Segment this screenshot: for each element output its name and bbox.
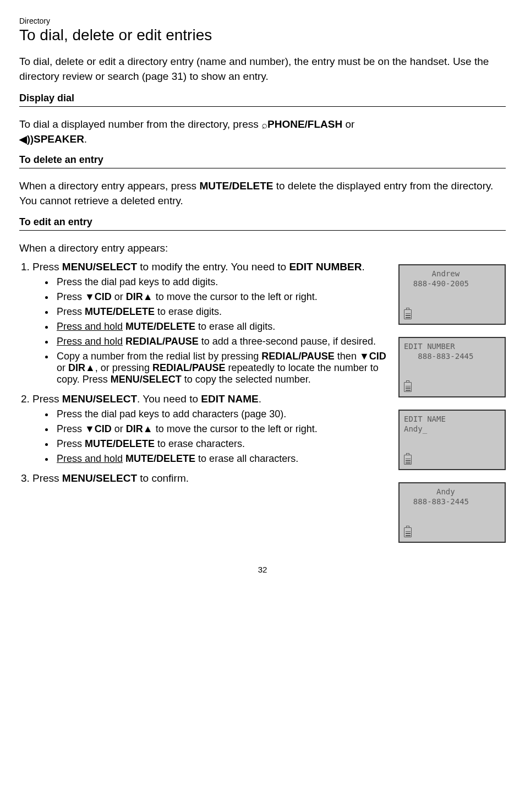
list-item: Press the dial pad keys to add digits. <box>54 276 389 288</box>
redial-label: REDIAL <box>125 336 162 347</box>
menu-label: MENU <box>62 261 93 273</box>
delete-label: /DELETE <box>113 306 155 317</box>
mute-label: MUTE <box>85 438 113 449</box>
lcd-line: EDIT NAME <box>404 414 500 424</box>
flash-label: /FLASH <box>305 118 343 130</box>
down-arrow-icon: ▼ <box>85 291 95 302</box>
lcd-screen-confirm: Andy 888-883-2445 <box>398 482 506 543</box>
lcd-screen-directory-entry: Andrew 888-490-2005 <box>398 264 506 325</box>
breadcrumb: Directory <box>19 17 506 25</box>
display-dial-heading: Display dial <box>19 92 506 107</box>
lcd-line: Andy_ <box>404 424 500 434</box>
text-fragment: Press <box>32 472 62 484</box>
text-fragment: Press <box>57 438 85 449</box>
menu-label: MENU <box>62 472 93 484</box>
text-fragment: Press <box>57 306 85 317</box>
text-fragment: To dial a displayed number from the dire… <box>19 118 261 130</box>
list-item: Press and hold MUTE/DELETE to erase all … <box>54 453 389 465</box>
text-fragment: , or pressing <box>95 362 152 373</box>
battery-icon <box>404 455 412 465</box>
list-item: Copy a number from the redial list by pr… <box>54 351 389 385</box>
text-fragment: . <box>362 261 364 273</box>
up-arrow-icon: ▲ <box>85 362 95 373</box>
text-fragment: to move the cursor to the left or right. <box>153 291 318 302</box>
text-fragment: to modify the entry. You need to <box>137 261 289 273</box>
list-item: Press and hold REDIAL/PAUSE to add a thr… <box>54 336 389 347</box>
list-item: Press ▼CID or DIR▲ to move the cursor to… <box>54 423 389 435</box>
down-arrow-icon: ▼ <box>85 423 95 434</box>
lcd-line: EDIT NUMBER <box>404 341 500 351</box>
text-fragment: to erase digits. <box>155 306 222 317</box>
select-label: /SELECT <box>93 472 137 484</box>
down-arrow-icon: ▼ <box>359 351 369 362</box>
mute-label: MUTE <box>125 453 154 464</box>
pause-label: /PAUSE <box>162 336 199 347</box>
display-dial-body: To dial a displayed number from the dire… <box>19 117 506 146</box>
text-fragment: or <box>112 423 126 434</box>
step-3: Press MENU/SELECT to confirm. <box>32 472 389 484</box>
lcd-line: Andy <box>404 487 500 497</box>
speaker-icon: ◀)) <box>19 133 34 146</box>
edit-entry-lead: When a directory entry appears: <box>19 241 506 256</box>
list-item: Press MUTE/DELETE to erase digits. <box>54 306 389 318</box>
battery-icon <box>404 382 412 392</box>
text-fragment: Press <box>32 261 62 273</box>
delete-label: /DELETE <box>229 180 273 192</box>
text-fragment: Copy a number from the redial list by pr… <box>57 351 261 362</box>
mute-label: MUTE <box>199 180 229 192</box>
select-label: /SELECT <box>93 261 137 273</box>
list-item: Press the dial pad keys to add character… <box>54 408 389 420</box>
redial-label: REDIAL <box>261 351 298 362</box>
text-fragment: to copy the selected number. <box>182 374 311 385</box>
battery-icon <box>404 527 412 537</box>
intro-text: To dial, delete or edit a directory entr… <box>19 55 506 84</box>
cid-label: CID <box>369 351 386 362</box>
delete-label: /DELETE <box>154 321 195 332</box>
mute-label: MUTE <box>85 306 113 317</box>
menu-label: MENU <box>62 393 93 405</box>
dir-label: DIR <box>68 362 85 373</box>
lcd-screen-edit-number: EDIT NUMBER 888-883-2445 <box>398 337 506 397</box>
dir-label: DIR <box>126 423 143 434</box>
menu-label: MENU <box>111 374 140 385</box>
speaker-label: SPEAKER <box>34 133 84 145</box>
text-fragment: Press and hold <box>57 321 123 332</box>
lcd-screen-edit-name: EDIT NAME Andy_ <box>398 410 506 470</box>
text-fragment: to erase all characters. <box>195 453 298 464</box>
text-fragment: to erase all digits. <box>195 321 275 332</box>
text-fragment: or <box>112 291 126 302</box>
list-item: Press MUTE/DELETE to erase characters. <box>54 438 389 450</box>
text-fragment: then <box>335 351 359 362</box>
delete-entry-body: When a directory entry appears, press MU… <box>19 179 506 208</box>
up-arrow-icon: ▲ <box>143 291 153 302</box>
redial-label: REDIAL <box>152 362 189 373</box>
page-title: To dial, delete or edit entries <box>19 26 506 44</box>
text-fragment: to add a three-second pause, if desired. <box>199 336 376 347</box>
select-label: /SELECT <box>93 393 137 405</box>
lcd-line: 888-883-2445 <box>404 497 500 506</box>
list-item: Press ▼CID or DIR▲ to move the cursor to… <box>54 291 389 303</box>
text-fragment: . You need to <box>137 393 201 405</box>
delete-label: /DELETE <box>154 453 195 464</box>
select-label: /SELECT <box>140 374 182 385</box>
delete-label: /DELETE <box>113 438 155 449</box>
text-fragment: . <box>259 393 261 405</box>
mute-label: MUTE <box>125 321 154 332</box>
up-arrow-icon: ▲ <box>143 423 153 434</box>
text-fragment: Press <box>32 393 62 405</box>
step-2: Press MENU/SELECT. You need to EDIT NAME… <box>32 393 389 465</box>
lcd-line: 888-883-2445 <box>404 351 500 361</box>
text-fragment: or <box>342 118 354 130</box>
text-fragment: to move the cursor to the left or right. <box>153 423 318 434</box>
edit-number-label: EDIT NUMBER <box>289 261 362 273</box>
list-item: Press and hold MUTE/DELETE to erase all … <box>54 321 389 333</box>
cid-label: CID <box>95 423 112 434</box>
edit-entry-heading: To edit an entry <box>19 216 506 231</box>
battery-icon <box>404 309 412 319</box>
text-fragment: Press and hold <box>57 336 123 347</box>
phone-label: PHONE <box>267 118 305 130</box>
text-fragment: Press <box>57 291 85 302</box>
dir-label: DIR <box>126 291 143 302</box>
text-fragment: Press and hold <box>57 453 123 464</box>
text-fragment: or <box>57 362 68 373</box>
